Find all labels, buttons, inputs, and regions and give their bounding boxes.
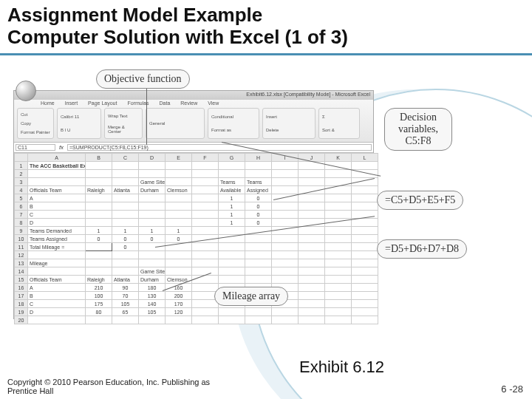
cell (272, 243, 299, 251)
cell (139, 170, 166, 178)
ribbon-label: Format as (211, 128, 256, 132)
ribbon-tab: Review (180, 100, 197, 106)
leader-line-objective (146, 86, 147, 145)
cell: 1 (219, 202, 245, 211)
cell (139, 243, 166, 251)
title-line-2: Computer Solution with Excel (1 of 3) (7, 27, 348, 49)
row-header: 9 (15, 227, 28, 235)
cell: 0 (112, 235, 139, 243)
cell: 0 (245, 194, 272, 202)
cell (245, 276, 272, 284)
cell (299, 316, 325, 324)
cell (352, 259, 378, 267)
cell (166, 251, 192, 259)
row-header: 14 (15, 267, 28, 276)
row-header: 15 (15, 276, 28, 284)
cell (139, 162, 166, 170)
cell (325, 276, 352, 284)
cell: 105 (112, 300, 139, 308)
cell: D (28, 219, 86, 227)
cell (325, 243, 352, 251)
row-header: 4 (15, 186, 28, 194)
cell (299, 284, 325, 292)
row-header: 17 (15, 292, 28, 300)
cell (325, 308, 352, 316)
cell (112, 259, 139, 267)
col-header: C (112, 154, 139, 162)
cell: Teams (219, 178, 245, 186)
window-title: Exhibit6.12.xlsx [Compatibility Mode] - … (246, 92, 370, 97)
cell (192, 178, 219, 186)
cell (272, 259, 299, 267)
cell (352, 284, 378, 292)
cell: 200 (166, 292, 192, 300)
cell: B (28, 202, 86, 211)
cell: A (28, 284, 86, 292)
excel-screenshot: Exhibit6.12.xlsx [Compatibility Mode] - … (13, 90, 374, 319)
ribbon-group-cells: Insert Delete (262, 108, 316, 139)
cell (352, 316, 378, 324)
cell: 1 (219, 194, 245, 202)
ribbon-label: Copy (21, 121, 50, 126)
fx-icon: fx (57, 144, 66, 151)
row-header: 7 (15, 211, 28, 219)
ribbon-label: Insert (266, 115, 312, 119)
cell (245, 316, 272, 324)
cell: Raleigh (86, 276, 112, 284)
cell (166, 219, 192, 227)
ribbon-label: B I U (61, 128, 98, 132)
cell (192, 202, 219, 211)
row-header: 12 (15, 251, 28, 259)
cell (28, 267, 86, 276)
cell (272, 316, 299, 324)
cell (192, 186, 219, 194)
cell: 175 (86, 300, 112, 308)
ribbon-group-alignment: Wrap Text Merge & Center (104, 108, 143, 139)
cell: 0 (245, 219, 272, 227)
excel-titlebar: Exhibit6.12.xlsx [Compatibility Mode] - … (14, 91, 373, 100)
cell (352, 251, 378, 259)
callout-mileage-array: Mileage array (214, 287, 288, 306)
cell (325, 170, 352, 178)
cell: 90 (112, 284, 139, 292)
cell: C (28, 300, 86, 308)
table-row: 2 (15, 170, 378, 178)
col-header (15, 154, 28, 162)
cell (325, 267, 352, 276)
copyright: Copyright © 2010 Pearson Education, Inc.… (7, 378, 236, 396)
cell: C (28, 211, 86, 219)
cell (139, 202, 166, 211)
cell (352, 202, 378, 211)
cell (166, 267, 192, 276)
cell (112, 202, 139, 211)
ribbon-label: Calibri 11 (61, 115, 98, 119)
table-row: 16A21090180160 (15, 284, 378, 292)
cell (166, 259, 192, 267)
cell (192, 243, 219, 251)
callout-label: Mileage array (222, 290, 280, 301)
worksheet: ABCDEFGHIJKL1The ACC Basketball Example2… (14, 153, 373, 324)
cell (192, 219, 219, 227)
formula-input: =SUMPRODUCT(C5:F8,C15:F19) (67, 144, 372, 151)
cell (272, 235, 299, 243)
cell (352, 162, 378, 170)
cell (86, 267, 112, 276)
cell (299, 292, 325, 300)
cell (272, 186, 299, 194)
cell (139, 211, 166, 219)
cell: Clemson (166, 276, 192, 284)
cell: Durham (139, 186, 166, 194)
cell (272, 251, 299, 259)
callout-label: =C5+D5+E5+F5 (385, 194, 455, 205)
cell (299, 178, 325, 186)
cell (112, 178, 139, 186)
cell (352, 186, 378, 194)
ribbon-label: Conditional (211, 115, 256, 119)
cell: 0 (86, 235, 112, 243)
callout-label: Objective function (104, 73, 182, 84)
excel-ribbon: Home Insert Page Layout Formulas Data Re… (14, 100, 373, 143)
row-header: 3 (15, 178, 28, 186)
cell (112, 170, 139, 178)
cell (86, 259, 112, 267)
ribbon-label: General (149, 121, 201, 126)
